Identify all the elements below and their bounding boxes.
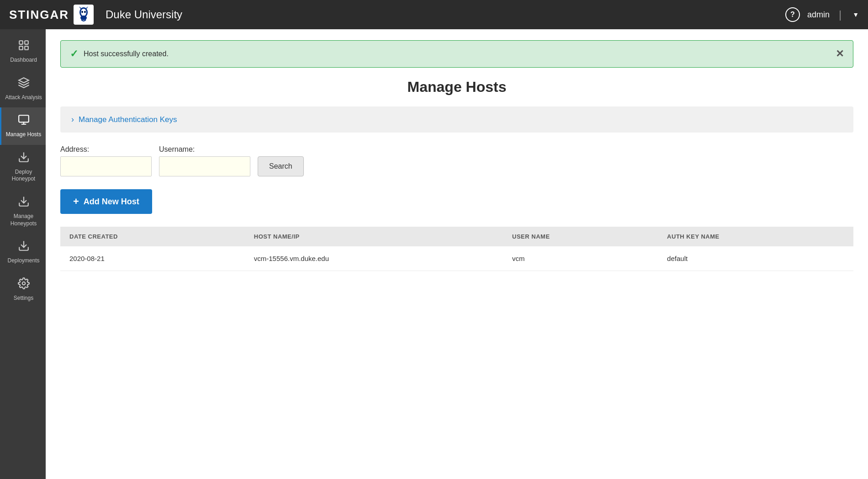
brand-icon [74,5,94,25]
sidebar-item-manage-hosts-label: Manage Hosts [6,131,41,138]
header-divider: | [839,8,842,21]
username-label: Username: [159,145,250,154]
deployments-icon [18,240,30,255]
col-auth-key-name: AUTH KEY NAME [658,227,853,246]
cell-date_created: 2020-08-21 [60,246,245,271]
sidebar-item-manage-honeypots-label: Manage Honeypots [5,213,42,227]
table-header: DATE CREATED HOST NAME/IP USER NAME AUTH… [60,227,853,246]
hosts-table: DATE CREATED HOST NAME/IP USER NAME AUTH… [60,227,853,271]
svg-rect-13 [25,46,28,50]
content-area: ✓ Host successfully created. ✕ Manage Ho… [46,29,868,479]
success-alert: ✓ Host successfully created. ✕ [60,40,853,68]
sidebar-item-manage-hosts[interactable]: Manage Hosts [0,107,46,145]
address-input[interactable] [60,156,152,176]
brand-text: STINGAR [9,8,69,22]
search-button[interactable]: Search [258,156,304,176]
check-icon: ✓ [70,48,78,60]
cell-auth_key_name: default [658,246,853,271]
admin-label: admin [807,10,830,20]
table-row: 2020-08-21vcm-15556.vm.duke.eduvcmdefaul… [60,246,853,271]
header-right: ? admin | ▼ [785,7,859,22]
svg-rect-12 [19,46,23,50]
sidebar-item-settings[interactable]: Settings [0,271,46,309]
address-label: Address: [60,145,152,154]
search-form: Address: Username: Search [60,145,853,176]
page-title: Manage Hosts [60,79,853,96]
auth-keys-toggle[interactable]: › Manage Authentication Keys [71,115,842,124]
sidebar-item-dashboard-label: Dashboard [10,57,37,64]
col-date-created: DATE CREATED [60,227,245,246]
username-field-group: Username: [159,145,250,176]
cell-user_name: vcm [503,246,658,271]
top-header: STINGAR Duke University ? admin [0,0,868,29]
svg-rect-11 [25,41,28,44]
sidebar-item-dashboard[interactable]: Dashboard [0,33,46,70]
sidebar-item-deployments-label: Deployments [7,257,39,265]
manage-honeypots-icon [18,196,30,210]
dashboard-icon [18,39,30,54]
help-icon[interactable]: ? [785,7,800,22]
sidebar-item-deployments[interactable]: Deployments [0,234,46,271]
plus-icon: + [73,196,79,208]
sidebar-item-settings-label: Settings [14,295,33,302]
cell-host_name_ip: vcm-15556.vm.duke.edu [245,246,503,271]
col-host-name-ip: HOST NAME/IP [245,227,503,246]
deploy-honeypot-icon [18,151,30,166]
username-input[interactable] [159,156,250,176]
address-field-group: Address: [60,145,152,176]
sidebar-item-deploy-honeypot[interactable]: Deploy Honeypot [0,145,46,189]
attack-analysis-icon [18,77,30,91]
manage-hosts-icon [18,114,30,128]
svg-rect-10 [19,41,23,44]
svg-point-6 [85,11,85,12]
svg-point-18 [22,282,25,285]
university-name: Duke University [106,8,182,21]
col-user-name: USER NAME [503,227,658,246]
brand-logo: STINGAR Duke University [9,5,182,25]
svg-point-5 [82,11,83,12]
table-body: 2020-08-21vcm-15556.vm.duke.eduvcmdefaul… [60,246,853,271]
sidebar-item-attack-analysis-label: Attack Analysis [5,94,42,101]
sidebar: Dashboard Attack Analysis Ma [0,29,46,479]
sidebar-item-manage-honeypots[interactable]: Manage Honeypots [0,189,46,234]
svg-rect-14 [19,115,29,122]
svg-point-9 [80,16,87,20]
main-layout: Dashboard Attack Analysis Ma [0,29,868,479]
auth-keys-panel: › Manage Authentication Keys [60,106,853,133]
auth-keys-chevron-icon: › [71,115,74,124]
alert-text: Host successfully created. [84,50,169,58]
auth-keys-label: Manage Authentication Keys [79,115,177,124]
settings-icon [18,277,30,292]
sidebar-item-attack-analysis[interactable]: Attack Analysis [0,70,46,108]
sidebar-item-deploy-honeypot-label: Deploy Honeypot [5,169,42,183]
alert-close-button[interactable]: ✕ [836,48,844,60]
add-host-label: Add New Host [84,197,139,207]
add-new-host-button[interactable]: + Add New Host [60,189,152,214]
admin-dropdown-arrow[interactable]: ▼ [852,11,859,18]
alert-body: ✓ Host successfully created. [70,48,169,60]
